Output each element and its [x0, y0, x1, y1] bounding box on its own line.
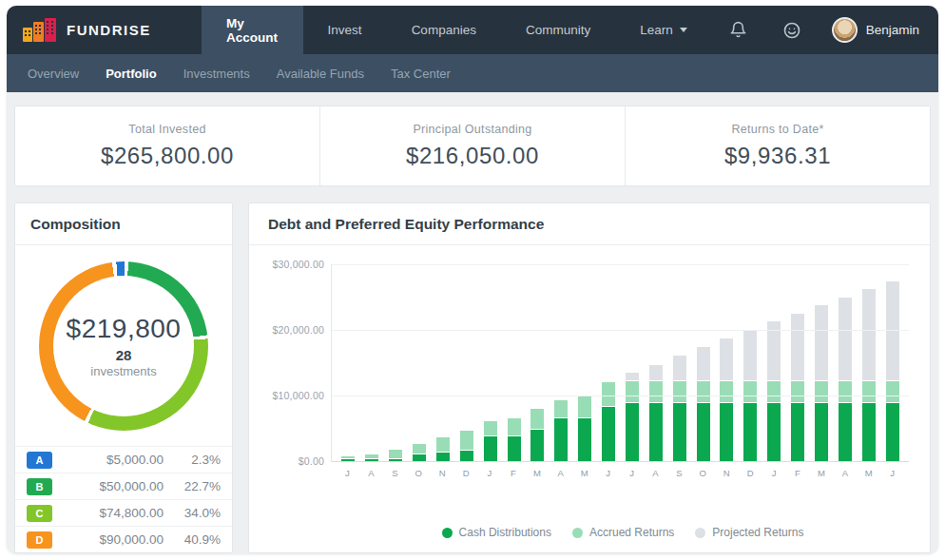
nav-item-invest[interactable]: Invest: [303, 6, 387, 54]
donut-total-value: $219,800: [67, 314, 182, 344]
support-icon[interactable]: [765, 21, 819, 40]
legend-badge-d: D: [27, 531, 52, 549]
donut-investment-count: 28: [116, 347, 132, 363]
chart-legend-item-cash-distributions[interactable]: Cash Distributions: [442, 526, 551, 539]
bar-segment-accrued-returns: [886, 380, 899, 402]
bar-segment-cash-distributions: [508, 435, 521, 461]
subnav-item-tax-center[interactable]: Tax Center: [377, 67, 464, 81]
chart-bar-20: [791, 264, 804, 461]
nav-item-community[interactable]: Community: [501, 6, 615, 54]
bar-segment-accrued-returns: [626, 380, 639, 402]
x-axis-label: M: [572, 468, 596, 478]
x-axis-label: J: [620, 468, 644, 478]
composition-legend: A$5,000.002.3%B$50,000.0022.7%C$74,800.0…: [15, 446, 232, 552]
bar-segment-accrued-returns: [862, 380, 876, 402]
x-axis-label: M: [525, 468, 549, 478]
bar-segment-projected-returns: [839, 298, 852, 381]
subnav-item-available-funds[interactable]: Available Funds: [263, 67, 377, 81]
fundrise-logo[interactable]: FUNDRISE: [7, 6, 202, 54]
x-axis-label: M: [857, 468, 880, 478]
bar-segment-cash-distributions: [720, 402, 733, 461]
x-axis-label: J: [478, 468, 502, 478]
bar-segment-cash-distributions: [743, 402, 757, 461]
bar-segment-cash-distributions: [815, 402, 828, 461]
chart-x-axis-labels: JASONDJFMAMJJASONDJFMAMJ: [331, 462, 909, 483]
chart-bar-column: [739, 264, 762, 461]
bar-segment-cash-distributions: [673, 402, 686, 461]
x-axis-label: O: [407, 468, 431, 478]
bar-segment-accrued-returns: [743, 380, 757, 402]
x-axis-label: O: [691, 468, 715, 478]
main-row: Composition $219,800 28 investments A$5,…: [14, 203, 931, 553]
bar-segment-cash-distributions: [886, 402, 899, 461]
chart-bar-column: [667, 264, 691, 461]
chart-bar-17: [720, 264, 733, 461]
chart-legend-label: Accrued Returns: [589, 526, 674, 539]
nav-item-companies[interactable]: Companies: [387, 6, 501, 54]
chart-legend-item-accrued-returns[interactable]: Accrued Returns: [572, 526, 674, 539]
chart-bar-12: [602, 264, 615, 461]
bar-segment-projected-returns: [673, 356, 686, 380]
chart-bar-column: [502, 264, 526, 461]
stat-value: $216,050.00: [406, 143, 539, 169]
bar-segment-cash-distributions: [436, 452, 450, 461]
stat-value: $265,800.00: [101, 143, 234, 169]
x-axis-label: F: [786, 468, 810, 478]
bell-icon[interactable]: [712, 21, 765, 39]
composition-title: Composition: [15, 203, 232, 245]
subnav-item-investments[interactable]: Investments: [170, 67, 263, 81]
x-axis-label: D: [454, 468, 478, 478]
chart-bar-column: [408, 264, 432, 461]
content-area: Total Invested$265,800.00Principal Outst…: [7, 92, 938, 553]
username[interactable]: Benjamin: [866, 23, 919, 37]
stat-card-total-invested: Total Invested$265,800.00: [15, 106, 319, 185]
legend-percent: 22.7%: [177, 479, 221, 493]
subnav: OverviewPortfolioInvestmentsAvailable Fu…: [7, 54, 938, 92]
bar-segment-cash-distributions: [578, 417, 591, 461]
chart-legend: Cash DistributionsAccrued ReturnsProject…: [316, 520, 930, 552]
bar-segment-projected-returns: [791, 314, 804, 380]
top-navbar: FUNDRISE My AccountInvestCompaniesCommun…: [7, 6, 938, 54]
chart-legend-item-projected-returns[interactable]: Projected Returns: [695, 526, 803, 539]
user-avatar[interactable]: [832, 17, 858, 43]
nav-item-my-account[interactable]: My Account: [202, 6, 303, 54]
x-axis-label: J: [336, 468, 359, 478]
subnav-item-portfolio[interactable]: Portfolio: [92, 67, 169, 81]
chart-bar-3: [389, 264, 402, 461]
bar-segment-projected-returns: [649, 365, 663, 381]
legend-amount: $90,000.00: [52, 532, 177, 547]
bar-segment-accrued-returns: [508, 417, 521, 435]
legend-dot-icon: [572, 528, 583, 538]
chart-bar-column: [857, 264, 880, 461]
chart-bar-column: [644, 264, 667, 461]
chart-bar-24: [886, 264, 899, 461]
chart-bar-column: [810, 264, 834, 461]
bar-segment-cash-distributions: [791, 402, 804, 461]
chart-bar-21: [815, 264, 828, 461]
legend-percent: 2.3%: [177, 453, 221, 467]
bar-segment-cash-distributions: [341, 458, 355, 461]
stat-label: Principal Outstanding: [413, 123, 531, 136]
chart-bar-16: [697, 264, 710, 461]
chart-bar-11: [578, 264, 591, 461]
bar-segment-cash-distributions: [484, 435, 497, 461]
bar-segment-accrued-returns: [839, 380, 852, 402]
chart-bar-18: [743, 264, 757, 461]
chart-gridline: [332, 330, 909, 331]
bar-segment-cash-distributions: [697, 402, 710, 461]
bar-segment-cash-distributions: [839, 402, 852, 461]
donut-caption: investments: [90, 364, 156, 378]
stat-label: Returns to Date*: [731, 123, 823, 136]
subnav-item-overview[interactable]: Overview: [14, 67, 92, 81]
bar-segment-accrued-returns: [554, 399, 568, 417]
chart-bar-14: [649, 264, 663, 461]
y-axis-tick-label: $0.00: [250, 455, 324, 467]
chart-bar-6: [460, 264, 473, 461]
chart-bar-column: [691, 264, 715, 461]
y-axis-tick-label: $20,000.00: [250, 324, 324, 336]
x-axis-label: D: [739, 468, 762, 478]
bar-segment-projected-returns: [862, 289, 876, 380]
chart-bar-4: [413, 264, 426, 461]
donut-center: $219,800 28 investments: [53, 276, 194, 416]
nav-item-learn[interactable]: Learn: [615, 6, 712, 54]
